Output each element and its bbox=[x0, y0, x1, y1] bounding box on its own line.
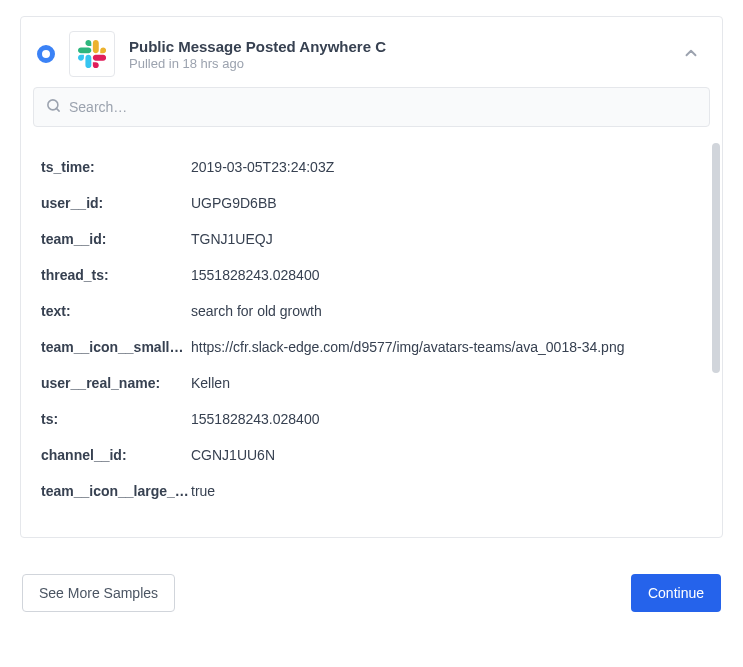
see-more-button[interactable]: See More Samples bbox=[22, 574, 175, 612]
field-key: team__icon__large_… bbox=[41, 483, 191, 499]
field-row[interactable]: team__icon__small…https://cfr.slack-edge… bbox=[41, 329, 706, 365]
svg-line-1 bbox=[56, 108, 59, 111]
field-row[interactable]: channel__id:CGNJ1UU6N bbox=[41, 437, 706, 473]
sample-card: Public Message Posted Anywhere C Pulled … bbox=[20, 16, 723, 538]
footer: See More Samples Continue bbox=[20, 574, 723, 612]
field-key: channel__id: bbox=[41, 447, 191, 463]
field-key: ts: bbox=[41, 411, 191, 427]
field-value: 2019-03-05T23:24:03Z bbox=[191, 159, 334, 175]
field-row[interactable]: text:search for old growth bbox=[41, 293, 706, 329]
field-key: user__real_name: bbox=[41, 375, 191, 391]
card-subtitle: Pulled in 18 hrs ago bbox=[129, 56, 676, 71]
field-row[interactable]: ts:1551828243.028400 bbox=[41, 401, 706, 437]
field-value: CGNJ1UU6N bbox=[191, 447, 275, 463]
search-input[interactable] bbox=[69, 99, 697, 115]
field-row[interactable]: user__id:UGPG9D6BB bbox=[41, 185, 706, 221]
card-header: Public Message Posted Anywhere C Pulled … bbox=[21, 17, 722, 87]
field-key: team__id: bbox=[41, 231, 191, 247]
field-value: search for old growth bbox=[191, 303, 322, 319]
field-value: 1551828243.028400 bbox=[191, 411, 319, 427]
slack-icon bbox=[78, 40, 106, 68]
field-value: TGNJ1UEQJ bbox=[191, 231, 273, 247]
field-row[interactable]: ts_time:2019-03-05T23:24:03Z bbox=[41, 149, 706, 185]
field-value: Kellen bbox=[191, 375, 230, 391]
card-title: Public Message Posted Anywhere C bbox=[129, 38, 676, 55]
field-value: 1551828243.028400 bbox=[191, 267, 319, 283]
sample-radio[interactable] bbox=[37, 45, 55, 63]
field-row[interactable]: user__real_name:Kellen bbox=[41, 365, 706, 401]
search-icon bbox=[46, 98, 61, 116]
scrollbar-thumb[interactable] bbox=[712, 143, 720, 373]
fields-viewport: ts_time:2019-03-05T23:24:03Zuser__id:UGP… bbox=[21, 137, 722, 537]
search-box[interactable] bbox=[33, 87, 710, 127]
chevron-up-icon bbox=[682, 44, 700, 62]
field-row[interactable]: team__id:TGNJ1UEQJ bbox=[41, 221, 706, 257]
field-value: true bbox=[191, 483, 215, 499]
field-key: user__id: bbox=[41, 195, 191, 211]
field-key: text: bbox=[41, 303, 191, 319]
field-key: team__icon__small… bbox=[41, 339, 191, 355]
fields-list: ts_time:2019-03-05T23:24:03Zuser__id:UGP… bbox=[21, 137, 722, 537]
collapse-toggle[interactable] bbox=[676, 38, 706, 71]
app-icon-slack bbox=[69, 31, 115, 77]
field-row[interactable]: thread_ts:1551828243.028400 bbox=[41, 257, 706, 293]
header-text: Public Message Posted Anywhere C Pulled … bbox=[129, 38, 676, 71]
field-value: UGPG9D6BB bbox=[191, 195, 277, 211]
field-row[interactable]: team__icon__large_…true bbox=[41, 473, 706, 509]
search-wrap bbox=[21, 87, 722, 127]
field-value: https://cfr.slack-edge.com/d9577/img/ava… bbox=[191, 339, 624, 355]
field-key: ts_time: bbox=[41, 159, 191, 175]
continue-button[interactable]: Continue bbox=[631, 574, 721, 612]
field-key: thread_ts: bbox=[41, 267, 191, 283]
